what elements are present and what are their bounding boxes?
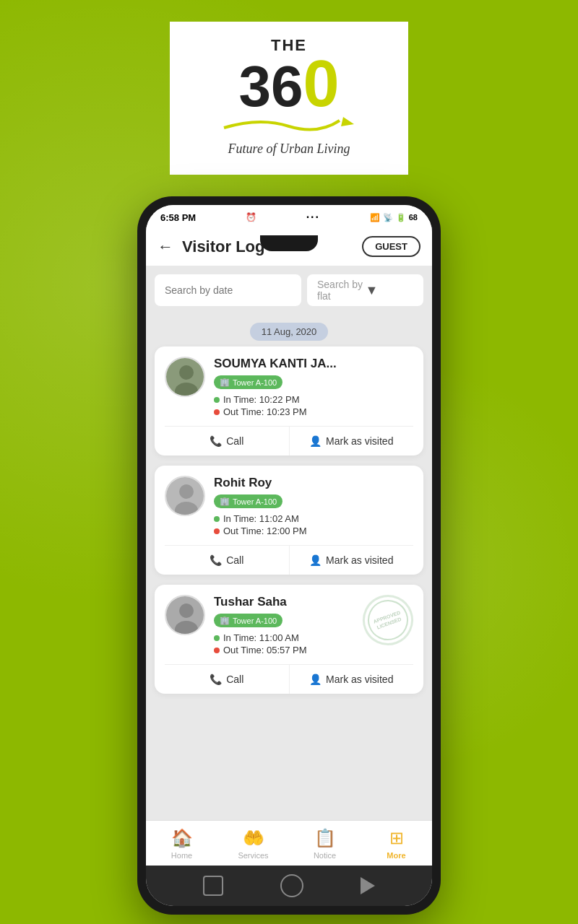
search-date-input[interactable] [155, 274, 301, 306]
out-dot-2 [214, 528, 220, 534]
visitor-details-2: Rohit Roy 🏢 Tower A-100 In Time: 11:02 A… [214, 476, 413, 538]
logo-the: THE [191, 36, 387, 55]
back-triangle[interactable] [361, 877, 375, 894]
check-icon-1: 👤 [309, 435, 322, 447]
avatar-3 [165, 595, 205, 635]
date-badge: 11 Aug, 2020 [155, 325, 423, 338]
tower-badge-1: 🏢 Tower A-100 [214, 375, 282, 389]
card-actions-1: 📞 Call 👤 Mark as visited [165, 426, 413, 456]
out-dot-3 [214, 648, 220, 653]
notch [260, 235, 318, 251]
status-icons: 📶 📡 🔋 68 [370, 213, 418, 222]
content-area: 11 Aug, 2020 SOUMYA KANTI JA... [146, 315, 432, 820]
visitor-card-2: Rohit Roy 🏢 Tower A-100 In Time: 11:02 A… [155, 466, 423, 575]
wifi-icon: 📶 [370, 213, 380, 222]
check-icon-2: 👤 [309, 554, 322, 566]
in-time-2: In Time: 11:02 AM [214, 513, 413, 524]
call-button-1[interactable]: 📞 Call [165, 427, 290, 456]
tower-icon-3: 🏢 [220, 616, 230, 625]
nav-label-notice: Notice [314, 851, 336, 860]
status-alarm: ⏰ [246, 212, 256, 222]
tower-icon-2: 🏢 [220, 497, 230, 506]
logo-subtitle: Future of Urban Living [191, 141, 387, 157]
visitor-card-3: Tushar Saha 🏢 Tower A-100 In Time: 11:00… [155, 585, 423, 694]
tower-badge-3: 🏢 Tower A-100 [214, 614, 282, 627]
battery-icon: 🔋 [396, 213, 406, 222]
search-area: Search by flat ▼ [146, 266, 432, 315]
logo-container: THE 360 Future of Urban Living [170, 22, 408, 175]
in-dot-1 [214, 397, 220, 403]
avatar-1 [165, 357, 205, 397]
visitor-card-1: SOUMYA KANTI JA... 🏢 Tower A-100 In Time… [155, 346, 423, 456]
phone-icon-2: 📞 [210, 554, 222, 566]
logo-36: 36 [238, 54, 303, 118]
guest-button[interactable]: GUEST [362, 236, 420, 257]
card-actions-2: 📞 Call 👤 Mark as visited [165, 545, 413, 575]
services-icon: 🤲 [243, 828, 264, 848]
mark-visited-button-1[interactable]: 👤 Mark as visited [290, 427, 414, 456]
status-bar: 6:58 PM ⏰ ··· 📶 📡 🔋 68 [146, 205, 432, 227]
svg-point-5 [179, 484, 194, 499]
status-time: 6:58 PM [160, 212, 196, 223]
stamp-text: APPROVEDLICENSED [372, 609, 403, 632]
card-actions-3: 📞 Call 👤 Mark as visited [165, 664, 413, 694]
square-button[interactable] [203, 876, 223, 896]
check-icon-3: 👤 [309, 674, 322, 685]
nav-item-more[interactable]: ⊞ More [361, 828, 432, 860]
system-bar [146, 866, 432, 906]
nav-item-notice[interactable]: 📋 Notice [289, 828, 361, 860]
search-flat-select[interactable]: Search by flat ▼ [307, 274, 423, 306]
nav-label-services: Services [238, 851, 268, 860]
svg-marker-0 [341, 117, 354, 126]
nav-label-home: Home [171, 851, 192, 860]
call-button-3[interactable]: 📞 Call [165, 665, 290, 694]
svg-point-2 [179, 365, 194, 380]
notice-icon: 📋 [314, 828, 336, 848]
visitor-name-2: Rohit Roy [214, 476, 413, 490]
visitor-name-1: SOUMYA KANTI JA... [214, 357, 413, 371]
phone-icon-3: 📞 [210, 674, 222, 685]
phone-inner: 6:58 PM ⏰ ··· 📶 📡 🔋 68 ← Visitor Log GUE… [146, 205, 432, 906]
logo-zero: 0 [303, 48, 339, 120]
signal-icon: 📡 [383, 213, 393, 222]
more-icon: ⊞ [389, 828, 404, 848]
tower-label-3: Tower A-100 [233, 616, 277, 625]
out-time-1: Out Time: 10:23 PM [214, 406, 413, 417]
status-dots: ··· [306, 211, 320, 224]
mark-visited-button-3[interactable]: 👤 Mark as visited [290, 665, 414, 694]
tower-label-1: Tower A-100 [233, 378, 277, 387]
tower-label-2: Tower A-100 [233, 497, 277, 506]
in-dot-2 [214, 516, 220, 522]
tower-badge-2: 🏢 Tower A-100 [214, 494, 282, 508]
phone-frame: 6:58 PM ⏰ ··· 📶 📡 🔋 68 ← Visitor Log GUE… [137, 196, 441, 915]
avatar-2 [165, 476, 205, 516]
nav-label-more: More [387, 851, 405, 860]
circle-button[interactable] [280, 874, 303, 897]
search-flat-label: Search by flat [317, 279, 366, 302]
bottom-nav: 🏠 Home 🤲 Services 📋 Notice ⊞ More [146, 820, 432, 866]
date-label: 11 Aug, 2020 [250, 323, 329, 341]
in-time-1: In Time: 10:22 PM [214, 394, 413, 405]
visitor-details-1: SOUMYA KANTI JA... 🏢 Tower A-100 In Time… [214, 357, 413, 419]
out-dot-1 [214, 409, 220, 415]
logo-360: 360 [238, 55, 339, 113]
battery-level: 68 [409, 213, 418, 222]
out-time-3: Out Time: 05:57 PM [214, 645, 413, 655]
nav-item-home[interactable]: 🏠 Home [146, 828, 217, 860]
home-icon: 🏠 [171, 828, 193, 848]
in-dot-3 [214, 635, 220, 641]
chevron-down-icon: ▼ [366, 283, 414, 298]
tower-icon-1: 🏢 [220, 378, 230, 387]
out-time-2: Out Time: 12:00 PM [214, 526, 413, 536]
nav-item-services[interactable]: 🤲 Services [217, 828, 289, 860]
call-button-2[interactable]: 📞 Call [165, 546, 290, 575]
svg-point-8 [179, 603, 194, 618]
back-arrow[interactable]: ← [158, 237, 173, 256]
mark-visited-button-2[interactable]: 👤 Mark as visited [290, 546, 414, 575]
phone-icon-1: 📞 [210, 435, 222, 447]
